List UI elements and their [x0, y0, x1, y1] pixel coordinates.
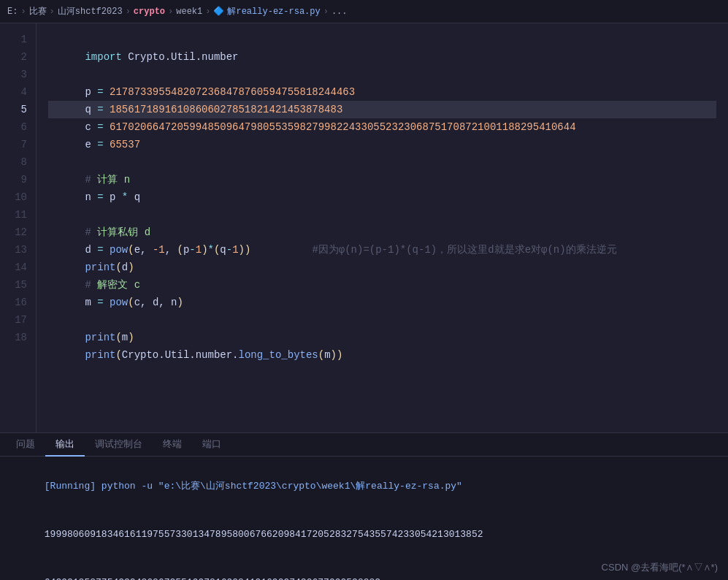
tab-ports[interactable]: 端口 [192, 433, 231, 457]
line-num-8: 8 [0, 153, 36, 171]
line-num-7: 7 [0, 136, 36, 153]
panel-output-content: [Running] python -u "e:\比赛\山河shctf2023\c… [0, 457, 728, 580]
line-num-2: 2 [0, 48, 36, 66]
panel-tabs[interactable]: 问题 输出 调试控制台 终端 端口 [0, 433, 728, 457]
line-numbers: 1 2 3 4 5 6 7 8 9 10 11 12 13 14 15 16 1… [0, 23, 37, 432]
line-num-3: 3 [0, 66, 36, 83]
path-shanhe: 山河shctf2023 [58, 5, 123, 18]
line-num-15: 15 [0, 276, 36, 294]
line-num-5: 5 [0, 101, 36, 118]
breadcrumb: E: › 比赛 › 山河shctf2023 › crypto › week1 ›… [7, 5, 348, 18]
path-ellipsis: ... [332, 7, 348, 17]
line-num-14: 14 [0, 259, 36, 276]
code-line-3: p = 217873395548207236847876059475581824… [48, 66, 716, 83]
line-num-18: 18 [0, 329, 36, 346]
tab-terminal[interactable]: 终端 [153, 433, 192, 457]
line-num-4: 4 [0, 83, 36, 101]
line-num-9: 9 [0, 171, 36, 188]
code-line-11: # 计算私钥 d [48, 206, 716, 224]
path-crypto: crypto [134, 7, 165, 17]
path-bisai: 比赛 [29, 5, 47, 18]
line-num-10: 10 [0, 188, 36, 206]
editor: 1 2 3 4 5 6 7 8 9 10 11 12 13 14 15 16 1… [0, 23, 728, 432]
watermark: CSDN @去看海吧(*∧▽∧*) [602, 561, 718, 574]
path-filename: 解really-ez-rsa.py [227, 5, 320, 18]
line-num-13: 13 [0, 241, 36, 259]
line-num-11: 11 [0, 206, 36, 224]
line-num-12: 12 [0, 224, 36, 241]
code-line-18: print(Crypto.Util.number.long_to_bytes(m… [48, 329, 716, 346]
line-num-1: 1 [0, 31, 36, 48]
line-num-17: 17 [0, 311, 36, 329]
code-line-7 [48, 136, 716, 153]
code-line-9: n = p * q [48, 171, 716, 188]
code-line-1: import Crypto.Util.number [48, 31, 716, 48]
tab-debug[interactable]: 调试控制台 [85, 433, 153, 457]
code-line-14: # 解密文 c [48, 259, 716, 276]
code-line-17: print(m) [48, 311, 716, 329]
tab-problems[interactable]: 问题 [6, 433, 45, 457]
line-num-6: 6 [0, 118, 36, 136]
code-line-10 [48, 188, 716, 206]
path-drive: E: [7, 7, 18, 17]
code-line-8: # 计算 n [48, 153, 716, 171]
code-area[interactable]: import Crypto.Util.number p = 2178733955… [37, 23, 728, 432]
titlebar: E: › 比赛 › 山河shctf2023 › crypto › week1 ›… [0, 0, 728, 23]
output-num-line1: 1999806091834616119755733013478958006766… [10, 511, 718, 559]
output-panel: 问题 输出 调试控制台 终端 端口 [Running] python -u "e… [0, 432, 728, 580]
line-num-16: 16 [0, 294, 36, 311]
file-icon: 🔷 [213, 6, 224, 17]
code-line-15: m = pow(c, d, n) [48, 276, 716, 294]
path-week1: week1 [176, 7, 202, 17]
output-running-line: [Running] python -u "e:\比赛\山河shctf2023\c… [10, 462, 718, 511]
tab-output[interactable]: 输出 [45, 433, 85, 457]
